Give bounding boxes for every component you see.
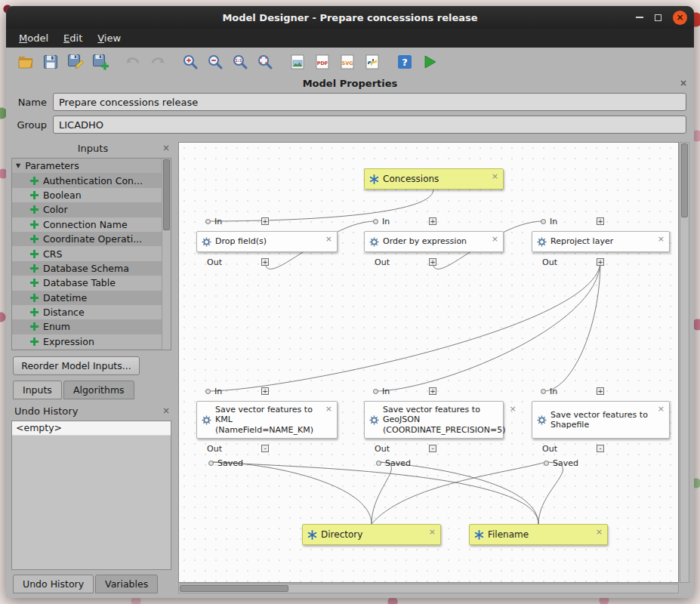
in-socket[interactable] (541, 389, 546, 394)
minimize-button[interactable] (636, 17, 643, 18)
open-model-button[interactable] (15, 52, 35, 72)
tree-item-database-table[interactable]: Database Table (12, 276, 162, 290)
expand-inputs-toggle[interactable]: + (429, 387, 436, 395)
titlebar[interactable]: Model Designer - Prepare concessions rel… (6, 6, 694, 29)
expand-inputs-toggle[interactable]: + (597, 217, 604, 225)
model-node-concessions[interactable]: Concessions× (364, 168, 504, 190)
expand-inputs-toggle[interactable]: + (261, 217, 269, 225)
model-name-input[interactable] (53, 93, 686, 111)
expand-inputs-toggle[interactable]: + (597, 387, 604, 395)
zoom-actual-button[interactable]: 1:1 (230, 52, 250, 72)
delete-node-icon[interactable]: × (429, 527, 436, 537)
export-as-pdf-button[interactable]: PDF (312, 52, 332, 72)
tree-item-crs[interactable]: CRS (12, 246, 162, 260)
close-undo-history-panel-icon[interactable]: × (162, 406, 170, 415)
inputs-tree-scrollbar[interactable] (162, 159, 171, 350)
add-parameter-icon (30, 205, 39, 214)
expand-outputs-toggle[interactable]: + (429, 258, 436, 266)
undo-icon (124, 53, 142, 71)
vertical-scrollbar-thumb[interactable] (681, 143, 688, 217)
edit-model-help-button[interactable]: ? (394, 52, 415, 72)
expand-outputs-toggle[interactable]: - (597, 445, 604, 452)
zoom-in-button[interactable] (180, 52, 200, 72)
delete-node-icon[interactable]: × (596, 527, 603, 537)
undo-button[interactable] (122, 52, 143, 72)
canvas-horizontal-scrollbar[interactable] (178, 584, 679, 593)
in-socket[interactable] (205, 219, 211, 224)
tree-item-authentication-con[interactable]: Authentication Con... (12, 173, 162, 187)
close-inputs-panel-icon[interactable]: × (162, 143, 170, 153)
delete-node-icon[interactable]: × (658, 404, 665, 414)
saved-socket[interactable] (376, 461, 381, 466)
model-canvas[interactable]: Concessions×In+Out+Drop field(s)×In+Out+… (178, 142, 679, 583)
save-model-as-button[interactable] (65, 52, 85, 72)
close-properties-panel-icon[interactable]: × (680, 79, 687, 88)
redo-button[interactable] (147, 52, 168, 72)
undo-history-item[interactable]: <empty> (12, 421, 171, 436)
export-as-image-button[interactable] (287, 52, 307, 72)
tree-item-connection-name[interactable]: Connection Name (12, 217, 162, 232)
tree-item-label: Database Table (43, 277, 116, 288)
tree-item-coordinate-operati[interactable]: Coordinate Operati... (12, 232, 162, 246)
model-node-save-vector-features-to-geojson[interactable]: Save vector features to GeoJSON (COORDIN… (364, 401, 504, 439)
in-socket[interactable] (205, 389, 211, 394)
horizontal-scrollbar-thumb[interactable] (180, 585, 288, 592)
model-node-directory[interactable]: Directory× (302, 524, 441, 545)
tab-inputs[interactable]: Inputs (13, 381, 62, 399)
delete-node-icon[interactable]: × (325, 404, 332, 414)
zoom-full-button[interactable] (254, 52, 275, 72)
saved-socket[interactable] (544, 461, 549, 466)
expand-outputs-toggle[interactable]: + (597, 258, 604, 266)
model-node-drop-fields[interactable]: Drop field(s)× (196, 231, 338, 252)
tab-undo-history[interactable]: Undo History (13, 575, 94, 593)
tree-item-boolean[interactable]: Boolean (12, 188, 162, 202)
saved-socket[interactable] (208, 461, 214, 466)
canvas-vertical-scrollbar[interactable] (680, 142, 689, 583)
tree-item-distance[interactable]: Distance (12, 305, 162, 319)
model-node-save-vector-features-to-kml[interactable]: Save vector features to KML (NameField=N… (196, 401, 338, 439)
reorder-model-inputs-button[interactable]: Reorder Model Inputs... (13, 356, 140, 375)
delete-node-icon[interactable]: × (492, 234, 498, 244)
tree-item-enum[interactable]: Enum (12, 319, 162, 334)
tree-item-color[interactable]: Color (12, 202, 162, 217)
tab-variables[interactable]: Variables (95, 575, 158, 593)
delete-node-icon[interactable]: × (325, 234, 332, 244)
maximize-button[interactable] (655, 14, 661, 21)
in-socket[interactable] (373, 219, 378, 224)
inputs-tree-scrollbar-thumb[interactable] (163, 159, 170, 230)
model-node-save-vector-features-to-shapefile[interactable]: Save vector features to Shapefile× (532, 401, 670, 439)
in-socket[interactable] (373, 389, 378, 394)
expand-outputs-toggle[interactable]: + (261, 258, 269, 266)
tree-item-parameters[interactable]: ▼Parameters (12, 159, 162, 173)
save-model-button[interactable] (40, 52, 60, 72)
parameter-icon (474, 530, 484, 540)
tree-item-expression[interactable]: Expression (12, 334, 162, 349)
in-socket[interactable] (541, 219, 546, 224)
expand-outputs-toggle[interactable]: - (429, 445, 436, 452)
undo-history-list: <empty> (11, 421, 171, 570)
zoom-out-button[interactable] (205, 52, 225, 72)
menu-view[interactable]: View (91, 30, 128, 46)
close-button[interactable]: × (673, 11, 687, 25)
menu-model[interactable]: Model (12, 30, 55, 46)
delete-node-icon[interactable]: × (658, 234, 665, 244)
model-node-reproject-layer[interactable]: Reproject layer× (532, 231, 670, 252)
delete-node-icon[interactable]: × (492, 171, 498, 181)
export-as-svg-button[interactable]: SVG (337, 52, 357, 72)
export-as-script-button[interactable] (362, 52, 382, 72)
expand-inputs-toggle[interactable]: + (429, 217, 436, 225)
model-node-filename[interactable]: Filename× (469, 524, 608, 545)
run-model-button[interactable] (419, 52, 439, 72)
menu-edit[interactable]: Edit (57, 30, 89, 46)
expand-inputs-toggle[interactable]: + (261, 387, 269, 395)
model-group-input[interactable] (53, 116, 686, 134)
tree-item-database-schema[interactable]: Database Schema (12, 261, 162, 276)
delete-node-icon[interactable]: × (509, 404, 516, 414)
expand-outputs-toggle[interactable]: - (261, 445, 269, 452)
run-model-icon (421, 53, 439, 71)
tree-item-datetime[interactable]: Datetime (12, 291, 162, 305)
tab-algorithms[interactable]: Algorithms (63, 381, 134, 399)
collapse-arrow-icon[interactable]: ▼ (16, 162, 20, 169)
save-as-template-button[interactable] (90, 52, 110, 72)
model-node-order-by-expression[interactable]: Order by expression× (364, 231, 504, 252)
